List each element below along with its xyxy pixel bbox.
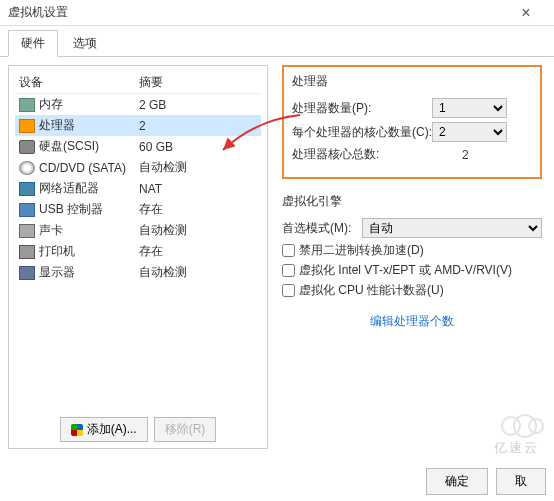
tab-options[interactable]: 选项 (60, 30, 110, 56)
titlebar: 虚拟机设置 × (0, 0, 554, 26)
hardware-panel: 设备 摘要 内存2 GB处理器2硬盘(SCSI)60 GBCD/DVD (SAT… (8, 65, 268, 449)
hw-name: 内存 (39, 96, 139, 113)
virt-title: 虚拟化引擎 (282, 193, 542, 210)
hw-icon (19, 203, 35, 217)
hw-icon (19, 182, 35, 196)
hw-icon (19, 98, 35, 112)
hw-list: 内存2 GB处理器2硬盘(SCSI)60 GBCD/DVD (SATA)自动检测… (15, 94, 261, 411)
virt-cb2-box[interactable] (282, 264, 295, 277)
svg-point-1 (514, 415, 536, 437)
hw-summary: NAT (139, 182, 162, 196)
hw-row[interactable]: 内存2 GB (15, 94, 261, 115)
hw-row[interactable]: 硬盘(SCSI)60 GB (15, 136, 261, 157)
hw-icon (19, 266, 35, 280)
hw-row[interactable]: CD/DVD (SATA)自动检测 (15, 157, 261, 178)
hw-icon (19, 224, 35, 238)
virt-cb1-box[interactable] (282, 244, 295, 257)
hw-row[interactable]: 处理器2 (15, 115, 261, 136)
hw-name: USB 控制器 (39, 201, 139, 218)
tab-strip: 硬件 选项 (0, 26, 554, 57)
hw-row[interactable]: 声卡自动检测 (15, 220, 261, 241)
proc-total-value: 2 (432, 148, 469, 162)
hw-summary: 2 GB (139, 98, 166, 112)
proc-cores-select[interactable]: 2 (432, 122, 507, 142)
virt-group: 虚拟化引擎 首选模式(M): 自动 禁用二进制转换加速(D) 虚拟化 Intel… (282, 193, 542, 299)
hw-name: 硬盘(SCSI) (39, 138, 139, 155)
virt-cb3-box[interactable] (282, 284, 295, 297)
hw-summary: 60 GB (139, 140, 173, 154)
virt-pref-label: 首选模式(M): (282, 220, 362, 237)
virt-cb2[interactable]: 虚拟化 Intel VT-x/EPT 或 AMD-V/RVI(V) (282, 262, 542, 279)
processor-group: 处理器 处理器数量(P): 1 每个处理器的核心数量(C): 2 处理器核心总数… (282, 65, 542, 179)
hw-row[interactable]: 打印机存在 (15, 241, 261, 262)
svg-point-0 (502, 417, 520, 435)
remove-button[interactable]: 移除(R) (154, 417, 217, 442)
hw-icon (19, 161, 35, 175)
virt-cb1[interactable]: 禁用二进制转换加速(D) (282, 242, 542, 259)
hw-buttons: 添加(A)... 移除(R) (15, 411, 261, 442)
hw-summary: 存在 (139, 243, 163, 260)
add-button[interactable]: 添加(A)... (60, 417, 148, 442)
hw-name: 网络适配器 (39, 180, 139, 197)
hw-summary: 存在 (139, 201, 163, 218)
hw-row[interactable]: 网络适配器NAT (15, 178, 261, 199)
hw-row[interactable]: USB 控制器存在 (15, 199, 261, 220)
tab-hardware[interactable]: 硬件 (8, 30, 58, 57)
close-icon[interactable]: × (506, 4, 546, 22)
hw-row[interactable]: 显示器自动检测 (15, 262, 261, 283)
processor-title: 处理器 (292, 73, 532, 90)
detail-panel: 处理器 处理器数量(P): 1 每个处理器的核心数量(C): 2 处理器核心总数… (278, 65, 546, 449)
hw-header-device: 设备 (19, 74, 139, 91)
hw-header: 设备 摘要 (15, 72, 261, 94)
hw-summary: 自动检测 (139, 264, 187, 281)
cancel-button[interactable]: 取 (496, 468, 546, 495)
hw-summary: 2 (139, 119, 146, 133)
hw-name: 声卡 (39, 222, 139, 239)
hw-summary: 自动检测 (139, 159, 187, 176)
footer: 确定 取 (426, 468, 546, 495)
hw-summary: 自动检测 (139, 222, 187, 239)
proc-count-select[interactable]: 1 (432, 98, 507, 118)
watermark: 亿速云 (494, 411, 548, 457)
edit-link[interactable]: 编辑处理器个数 (282, 313, 542, 330)
window-title: 虚拟机设置 (8, 4, 68, 21)
hw-icon (19, 245, 35, 259)
watermark-text: 亿速云 (494, 439, 548, 457)
hw-name: 处理器 (39, 117, 139, 134)
ok-button[interactable]: 确定 (426, 468, 488, 495)
hw-icon (19, 140, 35, 154)
hw-name: 打印机 (39, 243, 139, 260)
hw-name: 显示器 (39, 264, 139, 281)
content: 设备 摘要 内存2 GB处理器2硬盘(SCSI)60 GBCD/DVD (SAT… (0, 57, 554, 457)
hw-header-summary: 摘要 (139, 74, 163, 91)
proc-count-label: 处理器数量(P): (292, 100, 432, 117)
hw-icon (19, 119, 35, 133)
proc-total-label: 处理器核心总数: (292, 146, 432, 163)
hw-name: CD/DVD (SATA) (39, 161, 139, 175)
virt-cb3[interactable]: 虚拟化 CPU 性能计数器(U) (282, 282, 542, 299)
proc-cores-label: 每个处理器的核心数量(C): (292, 124, 432, 141)
virt-pref-select[interactable]: 自动 (362, 218, 542, 238)
shield-icon (71, 424, 83, 436)
